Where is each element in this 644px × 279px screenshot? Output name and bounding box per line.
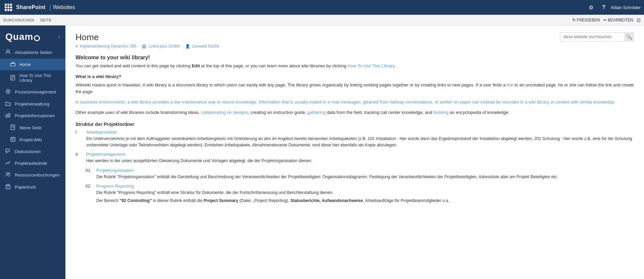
sidebar-item-projekt-wiki[interactable]: Projekt-Wiki <box>0 134 65 146</box>
wiki-text-1: Wikiwiki means quick in Hawaiian. A wiki… <box>75 82 634 96</box>
sidebar-item-home[interactable]: Home <box>0 59 65 70</box>
item-desc: Die Rubrik "Projektorganisation" enthält… <box>96 174 558 180</box>
item-number: I <box>75 130 82 135</box>
svg-rect-23 <box>7 184 9 185</box>
breadcrumb-icon-3: 👤 <box>185 44 190 49</box>
svg-point-6 <box>6 89 10 93</box>
list-item: I Arbeitsprodukte Ein Unterverzeichnis j… <box>75 130 634 149</box>
sidebar-item-projektinformationen[interactable]: Projektinformationen <box>0 110 65 122</box>
seite-tab[interactable]: SEITE <box>40 18 52 22</box>
link-uncreated[interactable]: link <box>507 82 514 87</box>
item-content: Arbeitsprodukte Ein Unterverzeichnis je … <box>86 130 634 149</box>
sidebar-item-projektaufwaende[interactable]: Projektaufwände <box>0 157 65 169</box>
main-header: Home ≡ Implementierung Dynamics 365 · 🏢 … <box>75 32 634 49</box>
edit-bold: Edit <box>192 63 200 68</box>
sidebar-item-label: Projektaufwände <box>15 161 47 166</box>
resources-icon <box>5 172 11 178</box>
statusberichte-bold: Statusberichte, Aufwandsnachweise <box>290 198 363 203</box>
sidebar-item-label: Projektinformationen <box>15 113 55 118</box>
help-button[interactable]: ? <box>598 2 609 13</box>
collab-link[interactable]: collaborating on designs <box>201 110 248 115</box>
sidebar-item-meine-seite[interactable]: Meine Seite <box>0 122 65 134</box>
what-is-header: What is a wiki library? <box>75 74 634 79</box>
edit-icon: ✏ <box>603 18 607 22</box>
folder-icon <box>5 101 11 107</box>
controlling-bold: "02 Controlling" <box>119 198 152 203</box>
item-content: Projektorganisation Die Rubrik "Projekto… <box>96 168 558 180</box>
aufwaende-icon <box>5 160 11 166</box>
sidebar: Quam ‹ Aktualisierte Seiten Home <box>0 25 65 279</box>
nav-separator: | <box>49 4 51 11</box>
breadcrumb-item-2[interactable]: Lintra plus GmbH <box>149 44 180 49</box>
freigeben-label: FREIGEBEN <box>577 18 600 22</box>
document-icon <box>9 75 16 81</box>
page-title: Home <box>75 32 219 43</box>
sidebar-item-how-to-use[interactable]: How To Use This Library <box>0 70 65 86</box>
sidebar-collapse-button[interactable]: ‹ <box>58 34 60 40</box>
bearbeiten-button[interactable]: ✏ BEARBEITEN <box>603 18 633 22</box>
project-summary-bold: Project Summary <box>204 198 238 203</box>
welcome-title: Welcome to your wiki library! <box>75 55 634 61</box>
sidebar-item-projektverwaltung[interactable]: Projektverwaltung <box>0 98 65 110</box>
breadcrumb-item-3[interactable]: Leonard Köchli <box>192 44 219 49</box>
durchsuchen-tab[interactable]: DURCHSUCHEN <box>3 18 34 22</box>
sidebar-item-label: Home <box>19 62 31 67</box>
chart-icon <box>5 113 11 119</box>
bearbeiten-label: BEARBEITEN <box>608 18 633 22</box>
item-number: 01 <box>86 168 92 173</box>
sidebar-item-prozessmanagement[interactable]: Prozessmanagement <box>0 86 65 98</box>
svg-rect-1 <box>11 63 15 66</box>
breadcrumb-icon-1: ≡ <box>75 44 78 49</box>
breadcrumb-item-1[interactable]: Implementierung Dynamics 365 <box>80 44 137 49</box>
sidebar-item-ressourcenbuchungen[interactable]: Ressourcenbuchungen <box>0 169 65 181</box>
discussions-icon <box>5 149 11 154</box>
site-name: Websites <box>53 4 75 10</box>
sidebar-item-papierkorb[interactable]: Papierkorb <box>0 181 65 193</box>
sidebar-item-label: Projektverwaltung <box>15 101 49 107</box>
sidebar-item-label: Projekt-Wiki <box>19 138 42 142</box>
top-nav-right: ⚙ ? Kilian Schröder <box>586 2 641 13</box>
search-button[interactable]: 🔍 <box>624 32 634 42</box>
refresh-icon: ↻ <box>572 17 576 22</box>
how-to-use-link[interactable]: How To Use This Library <box>347 63 394 68</box>
struktur-title: Struktur der Projektordner <box>75 122 634 127</box>
user-name[interactable]: Kilian Schröder <box>611 5 641 10</box>
svg-rect-8 <box>6 115 7 117</box>
settings-button[interactable]: ⚙ <box>586 2 596 13</box>
search-input[interactable] <box>560 34 624 39</box>
wiki-icon <box>9 137 16 143</box>
waffle-menu-button[interactable] <box>3 2 13 12</box>
sidebar-item-aktualisierte-seiten[interactable]: Aktualisierte Seiten <box>0 46 65 59</box>
building-link[interactable]: building <box>433 110 448 115</box>
item-title[interactable]: Projektorganisation <box>96 168 558 173</box>
sidebar-nav: Aktualisierte Seiten Home How To Use Thi… <box>0 46 65 279</box>
wiki-text-1-content: means quick in Hawaiian. A wiki library … <box>75 82 634 94</box>
sidebar-item-label: Ressourcenbuchungen <box>15 172 60 178</box>
page-title-area: Home ≡ Implementierung Dynamics 365 · 🏢 … <box>75 32 219 49</box>
sidebar-item-label: Diskussionen <box>15 149 41 154</box>
sidebar-item-label: Aktualisierte Seiten <box>15 50 52 55</box>
sidebar-item-label: How To Use This Library <box>19 73 61 83</box>
logo-text: Quam <box>5 31 33 42</box>
freigeben-button[interactable]: ↻ FREIGEBEN <box>572 17 600 22</box>
breadcrumb-icon-2: 🏢 <box>142 44 147 49</box>
fullscreen-button[interactable]: ⊡ <box>637 17 641 23</box>
item-title[interactable]: Arbeitsprodukte <box>86 130 634 135</box>
updated-pages-icon <box>5 49 11 56</box>
list-item: 01 Projektorganisation Die Rubrik "Proje… <box>86 168 634 180</box>
sidebar-item-label: Papierkorb <box>15 185 36 190</box>
welcome-desc-text-3: . <box>394 63 396 68</box>
item-desc: Hier werden in der unten ausgeführten Gl… <box>86 158 312 164</box>
welcome-desc-text-2: at the top of this page, or you can lear… <box>200 63 347 68</box>
sidebar-item-diskussionen[interactable]: Diskussionen <box>0 146 65 157</box>
svg-rect-10 <box>9 113 10 117</box>
sidebar-logo-area: Quam ‹ <box>0 25 65 46</box>
item-title[interactable]: Projektmanagement <box>86 152 312 157</box>
wiki-text-2: In business environments, a wiki library… <box>75 99 634 106</box>
top-navigation: SharePoint | Websites ⚙ ? Kilian Schröde… <box>0 0 644 15</box>
gathering-link[interactable]: gathering <box>308 110 326 115</box>
item-title[interactable]: Progress Reporting <box>96 184 449 189</box>
list-item: 02 Progress Reporting Die Rubrik "Progre… <box>86 184 634 204</box>
item-content: Projektmanagement Hier werden in der unt… <box>86 152 312 164</box>
wikiwiki-italic: Wikiwiki <box>75 82 91 87</box>
